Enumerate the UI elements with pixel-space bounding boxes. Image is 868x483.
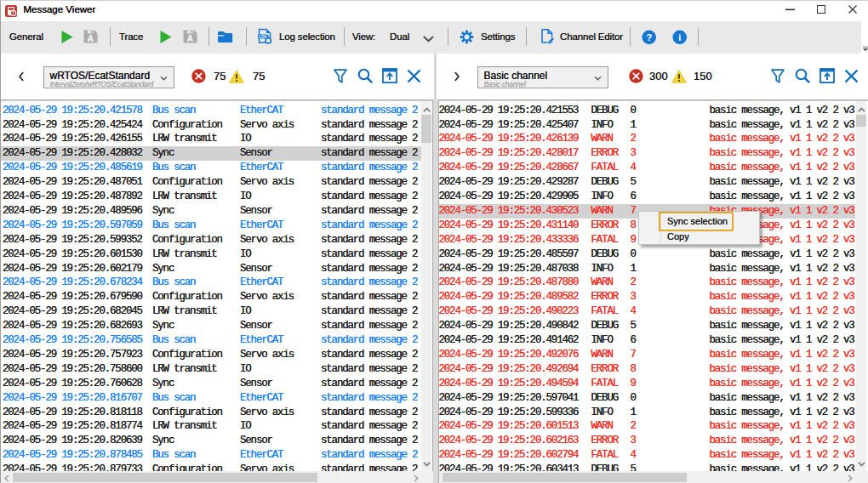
svg-text:i: i — [678, 31, 681, 42]
svg-text:A: A — [88, 34, 94, 43]
svg-text:?: ? — [646, 31, 652, 42]
svg-text:A: A — [187, 34, 193, 43]
